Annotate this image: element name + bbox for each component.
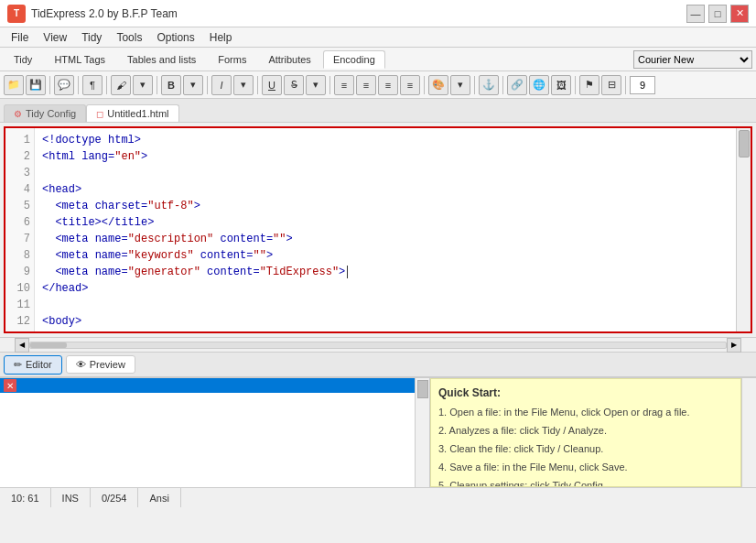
minimize-button[interactable]: — — [686, 5, 705, 23]
maximize-button[interactable]: □ — [708, 5, 727, 23]
comment-btn[interactable]: 💬 — [54, 75, 74, 95]
tidy-config-icon: ⚙ — [14, 109, 22, 119]
font-dropdown[interactable]: Courier New — [633, 50, 752, 69]
messages-close-btn[interactable]: ✕ — [4, 379, 16, 392]
toolbar-tabs-row: Tidy HTML Tags Tables and lists Forms At… — [0, 48, 756, 71]
scroll-right-arrow[interactable]: ▶ — [727, 338, 741, 353]
tab-html-tags[interactable]: HTML Tags — [44, 50, 115, 69]
code-content[interactable]: <!doctype html> <html lang="en"> <head> … — [35, 128, 736, 331]
toolbar-separator-11 — [575, 76, 576, 94]
menu-options[interactable]: Options — [149, 29, 201, 46]
hscroll-track[interactable] — [29, 342, 727, 349]
bottom-panel: ✕ Quick Start: 1. Open a file: in the Fi… — [0, 377, 756, 487]
tab-tidy[interactable]: Tidy — [4, 50, 42, 69]
align-center-btn[interactable]: ≡ — [356, 75, 376, 95]
toolbar-separator-2 — [78, 76, 79, 94]
toolbar-separator-10 — [502, 76, 503, 94]
toolbar-separator-8 — [424, 76, 425, 94]
menubar: File View Tidy Tools Options Help — [0, 27, 756, 48]
toolbar-separator-4 — [157, 76, 157, 94]
horizontal-scrollbar[interactable]: ◀ ▶ — [0, 337, 756, 352]
save-btn[interactable]: 💾 — [26, 75, 46, 95]
status-count: 0/254 — [91, 488, 139, 507]
special-btn[interactable]: ⚑ — [579, 75, 599, 95]
quickstart-item-4: 4. Save a file: in the File Menu, click … — [438, 460, 733, 474]
tab-tidy-config[interactable]: ⚙ Tidy Config — [4, 104, 86, 122]
app-logo: T — [7, 5, 26, 23]
globe-btn[interactable]: 🌐 — [529, 75, 549, 95]
menu-file[interactable]: File — [4, 29, 36, 46]
quickstart-title: Quick Start: — [438, 386, 733, 399]
messages-scrollbar[interactable] — [415, 378, 429, 487]
align-right-btn[interactable]: ≡ — [378, 75, 398, 95]
tab-preview[interactable]: 👁 Preview — [66, 355, 135, 374]
toolbar-separator-7 — [329, 76, 330, 94]
tab-editor[interactable]: ✏ Editor — [4, 355, 62, 375]
italic-btn[interactable]: I — [211, 75, 232, 95]
scroll-thumb[interactable] — [739, 130, 750, 157]
line-numbers: 12345 678910 1112131415 16 — [5, 128, 35, 331]
messages-header: ✕ — [0, 378, 429, 393]
code-editor[interactable]: 12345 678910 1112131415 16 <!doctype htm… — [4, 126, 752, 333]
tab-encoding[interactable]: Encoding — [323, 50, 385, 69]
toolbar-separator-3 — [106, 76, 107, 94]
italic-dropdown-btn[interactable]: ▾ — [233, 75, 254, 95]
bold-btn[interactable]: B — [161, 75, 181, 95]
toolbar-separator-1 — [49, 76, 50, 94]
tab-attributes[interactable]: Attributes — [258, 50, 320, 69]
text-dropdown-btn[interactable]: ▾ — [306, 75, 326, 95]
quickstart-panel: Quick Start: 1. Open a file: in the File… — [430, 378, 741, 487]
editor-region: 12345 678910 1112131415 16 <!doctype htm… — [0, 123, 756, 352]
app-title: TidExpress 2.0 by B.F.P Team — [31, 7, 178, 20]
tab-tables[interactable]: Tables and lists — [117, 50, 206, 69]
editor-tab-label: Editor — [26, 359, 52, 370]
bold-dropdown-btn[interactable]: ▾ — [183, 75, 203, 95]
font-size-input[interactable] — [630, 76, 655, 94]
align-justify-btn[interactable]: ≡ — [400, 75, 420, 95]
view-tabs: ✏ Editor 👁 Preview — [0, 352, 756, 377]
strikethrough-btn[interactable]: S̶ — [284, 75, 304, 95]
quickstart-item-5: 5. Cleanup settings: click Tidy Config. — [438, 478, 733, 487]
paragraph-btn[interactable]: ¶ — [82, 75, 103, 95]
open-folder-btn[interactable]: 📁 — [4, 75, 24, 95]
vertical-scrollbar[interactable] — [736, 128, 751, 331]
align-left-btn[interactable]: ≡ — [334, 75, 354, 95]
hscroll-thumb[interactable] — [30, 342, 67, 348]
toolbar-buttons-row: 📁 💾 💬 ¶ 🖌 ▾ B ▾ I ▾ U S̶ ▾ ≡ ≡ ≡ ≡ 🎨 ▾ ⚓… — [0, 71, 756, 99]
editor-tab-icon: ✏ — [14, 359, 22, 371]
menu-tools[interactable]: Tools — [109, 29, 149, 46]
quickstart-item-2: 2. Analyzes a file: click Tidy / Analyze… — [438, 423, 733, 438]
untitled1-label: Untitled1.html — [107, 108, 168, 119]
color-palette-btn[interactable]: 🎨 — [428, 75, 448, 95]
messages-scroll-thumb[interactable] — [417, 380, 428, 398]
titlebar: T TidExpress 2.0 by B.F.P Team — □ ✕ — [0, 0, 756, 27]
menu-help[interactable]: Help — [202, 29, 240, 46]
font-selector: Courier New — [633, 50, 752, 69]
color-palette-dropdown-btn[interactable]: ▾ — [450, 75, 470, 95]
window-controls: — □ ✕ — [686, 5, 749, 23]
underline-btn[interactable]: U — [262, 75, 282, 95]
status-position: 10: 61 — [7, 488, 51, 507]
tab-forms[interactable]: Forms — [208, 50, 256, 69]
status-encoding: Ansi — [138, 488, 180, 507]
close-button[interactable]: ✕ — [730, 5, 749, 23]
menu-tidy[interactable]: Tidy — [74, 29, 109, 46]
menu-view[interactable]: View — [36, 29, 74, 46]
untitled1-icon: ◻ — [96, 109, 103, 119]
document-tabs: ⚙ Tidy Config ◻ Untitled1.html — [0, 99, 756, 123]
link-btn[interactable]: 🔗 — [507, 75, 527, 95]
toolbar-separator-9 — [474, 76, 475, 94]
quickstart-scrollbar[interactable] — [741, 378, 756, 487]
special2-btn[interactable]: ⊟ — [601, 75, 621, 95]
image-btn[interactable]: 🖼 — [551, 75, 571, 95]
color-btn[interactable]: 🖌 — [111, 75, 131, 95]
quickstart-item-1: 1. Open a file: in the File Menu, click … — [438, 405, 733, 419]
tidy-config-label: Tidy Config — [26, 108, 76, 119]
messages-content — [0, 393, 429, 400]
color-dropdown-btn[interactable]: ▾ — [133, 75, 153, 95]
tab-untitled1[interactable]: ◻ Untitled1.html — [86, 104, 178, 122]
preview-tab-label: Preview — [90, 359, 125, 370]
scroll-left-arrow[interactable]: ◀ — [15, 338, 29, 353]
anchor-btn[interactable]: ⚓ — [479, 75, 499, 95]
messages-panel: ✕ — [0, 378, 430, 487]
